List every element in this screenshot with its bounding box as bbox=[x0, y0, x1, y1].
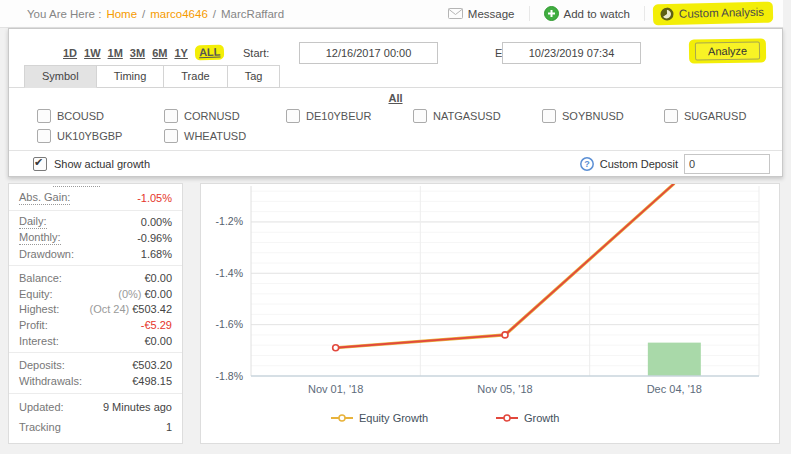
add-to-watch-button[interactable]: Add to watch bbox=[538, 3, 636, 24]
analyze-button[interactable]: Analyze bbox=[695, 41, 760, 60]
range-1d-link[interactable]: 1D bbox=[63, 47, 77, 59]
breadcrumb-home-link[interactable]: Home bbox=[106, 8, 137, 20]
tab-tag[interactable]: Tag bbox=[228, 65, 281, 88]
breadcrumb-prefix: You Are Here : bbox=[27, 8, 101, 20]
checkbox-show-actual-growth[interactable] bbox=[33, 157, 47, 171]
divider bbox=[9, 265, 182, 266]
stat-value: 1 bbox=[166, 421, 172, 433]
symbol-label: WHEATUSD bbox=[184, 130, 246, 142]
stat-label: Updated: bbox=[19, 401, 64, 413]
add-to-watch-label: Add to watch bbox=[564, 8, 630, 20]
y-tick-label: -1.4% bbox=[216, 267, 243, 279]
tab-timing[interactable]: Timing bbox=[97, 65, 165, 88]
stat-value: €503.20 bbox=[132, 359, 172, 371]
stat-label: Tracking bbox=[19, 421, 61, 433]
breadcrumb-user-link[interactable]: marco4646 bbox=[150, 8, 208, 20]
legend-item-growth[interactable]: Growth bbox=[496, 412, 559, 424]
symbol-option-uk10ybgbp: UK10YBGBP bbox=[37, 129, 122, 143]
range-6m-link[interactable]: 6M bbox=[152, 47, 167, 59]
plus-circle-icon bbox=[544, 6, 559, 21]
x-tick-label: Dec 04, '18 bbox=[647, 383, 702, 395]
symbol-label: SUGARUSD bbox=[684, 110, 746, 122]
analysis-tabs: Symbol Timing Trade Tag bbox=[24, 65, 280, 88]
symbol-label: UK10YBGBP bbox=[57, 130, 122, 142]
end-date-input[interactable] bbox=[502, 42, 641, 64]
breadcrumb-separator: / bbox=[213, 8, 216, 20]
show-actual-growth-option: Show actual growth bbox=[33, 157, 150, 171]
stat-row-highest: Highest: (Oct 24)€503.42 bbox=[9, 302, 182, 318]
stat-value: 9 Minutes ago bbox=[103, 401, 172, 413]
stat-value: -1.05% bbox=[137, 192, 172, 204]
stat-label: Daily: bbox=[19, 215, 47, 229]
stat-value: (0%)€0.00 bbox=[118, 288, 172, 300]
stat-label: Withdrawals: bbox=[19, 375, 82, 387]
custom-deposit-input[interactable] bbox=[684, 154, 770, 174]
stat-value: (Oct 24)€503.42 bbox=[90, 303, 173, 315]
message-button[interactable]: Message bbox=[442, 5, 521, 23]
divider bbox=[529, 6, 530, 21]
select-all-wrap: All bbox=[9, 92, 782, 104]
symbol-label: NATGASUSD bbox=[433, 110, 501, 122]
stat-row-abs-gain: Abs. Gain: -1.05% bbox=[9, 190, 182, 206]
question-icon[interactable]: ? bbox=[580, 157, 594, 171]
legend-label: Equity Growth bbox=[359, 412, 428, 424]
y-tick-label: -1.8% bbox=[216, 370, 243, 382]
data-point-marker bbox=[502, 332, 508, 338]
checkbox-uk10ybgbp[interactable] bbox=[37, 129, 51, 143]
range-all-link[interactable]: ALL bbox=[199, 46, 221, 59]
stat-value: €498.15 bbox=[132, 375, 172, 387]
stat-label: Deposits: bbox=[19, 359, 65, 371]
stat-label: Profit: bbox=[19, 319, 48, 331]
range-1w-link[interactable]: 1W bbox=[84, 47, 101, 59]
checkbox-de10ybeur[interactable] bbox=[286, 109, 300, 123]
growth-chart: -1.2%-1.4%-1.6%-1.8%Nov 01, '18Nov 05, '… bbox=[201, 184, 779, 399]
symbol-option-natgasusd: NATGASUSD bbox=[413, 109, 501, 123]
pie-chart-icon bbox=[660, 7, 674, 21]
panel-bottom-strip: Show actual growth ? Custom Deposit bbox=[9, 150, 782, 176]
custom-analysis-label: Custom Analysis bbox=[679, 6, 764, 20]
symbol-option-sugarusd: SUGARUSD bbox=[664, 109, 746, 123]
stat-value: -0.96% bbox=[137, 232, 172, 244]
checkbox-sugarusd[interactable] bbox=[664, 109, 678, 123]
tab-trade[interactable]: Trade bbox=[164, 65, 227, 88]
stat-note: (Oct 24) bbox=[90, 303, 130, 315]
custom-deposit-label: Custom Deposit bbox=[600, 158, 678, 170]
symbol-option-cornusd: CORNUSD bbox=[164, 109, 240, 123]
stat-label: Equity: bbox=[19, 288, 53, 300]
stat-label: Balance: bbox=[19, 272, 62, 284]
symbol-label: DE10YBEUR bbox=[306, 110, 371, 122]
stat-value: €0.00 bbox=[144, 272, 172, 284]
stat-row-updated: Updated: 9 Minutes ago bbox=[9, 398, 182, 418]
stat-row-monthly: Monthly: -0.96% bbox=[9, 230, 182, 246]
checkbox-soybnusd[interactable] bbox=[542, 109, 556, 123]
breadcrumb-separator: / bbox=[142, 8, 145, 20]
checkbox-bcousd[interactable] bbox=[37, 109, 51, 123]
stat-row-profit: Profit: -€5.29 bbox=[9, 317, 182, 333]
message-label: Message bbox=[468, 8, 515, 20]
checkbox-wheatusd[interactable] bbox=[164, 129, 178, 143]
y-tick-label: -1.2% bbox=[216, 215, 243, 227]
stat-row-withdrawals: Withdrawals: €498.15 bbox=[9, 373, 182, 389]
stat-label: Interest: bbox=[19, 335, 59, 347]
range-1y-link[interactable]: 1Y bbox=[174, 47, 187, 59]
analyze-highlight: Analyze bbox=[689, 38, 767, 63]
checkbox-cornusd[interactable] bbox=[164, 109, 178, 123]
custom-analysis-button[interactable]: Custom Analysis bbox=[660, 5, 764, 22]
stat-row-balance: Balance: €0.00 bbox=[9, 270, 182, 286]
range-3m-link[interactable]: 3M bbox=[130, 47, 145, 59]
start-date-input[interactable] bbox=[299, 42, 438, 64]
checkbox-natgasusd[interactable] bbox=[413, 109, 427, 123]
tab-symbol[interactable]: Symbol bbox=[24, 65, 97, 88]
data-point-marker bbox=[333, 345, 339, 351]
legend-item-equity-growth[interactable]: Equity Growth bbox=[331, 412, 496, 424]
custom-deposit-group: ? Custom Deposit bbox=[580, 154, 770, 174]
top-bar: You Are Here : Home / marco4646 / MarcRa… bbox=[0, 0, 783, 28]
custom-analysis-highlight: Custom Analysis bbox=[653, 2, 773, 26]
select-all-link[interactable]: All bbox=[388, 92, 402, 104]
stat-value: -€5.29 bbox=[141, 319, 172, 331]
chart-legend: Equity Growth Growth bbox=[331, 412, 559, 424]
stat-note: (0%) bbox=[118, 288, 141, 300]
stat-label: Abs. Gain: bbox=[19, 191, 70, 205]
range-1m-link[interactable]: 1M bbox=[108, 47, 123, 59]
stat-label: Monthly: bbox=[19, 231, 61, 245]
